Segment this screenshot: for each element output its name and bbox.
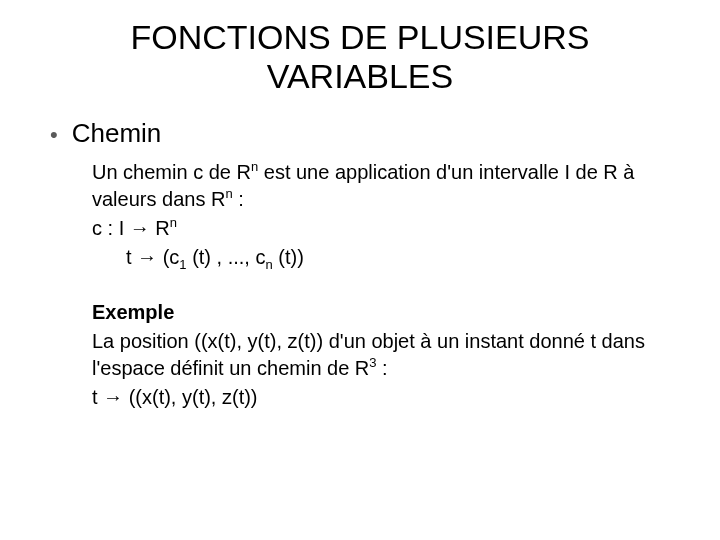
example-line-2: t → ((x(t), y(t), z(t)) [92, 384, 680, 411]
map2-sub1: 1 [179, 257, 186, 272]
section-heading: Chemin [72, 118, 162, 149]
map-line-1: c : I → Rn [92, 215, 680, 242]
ex-post: : [377, 357, 388, 379]
map1-pre: c : I → R [92, 217, 170, 239]
section: • Chemin Un chemin c de Rn est une appli… [50, 118, 680, 411]
section-heading-row: • Chemin [50, 118, 680, 149]
example-block: Exemple La position ((x(t), y(t), z(t)) … [92, 299, 680, 411]
def-post: : [233, 188, 244, 210]
section-body: Un chemin c de Rn est une application d'… [92, 159, 680, 411]
example-label: Exemple [92, 299, 680, 326]
map2-post: (t)) [273, 246, 304, 268]
title-line-1: FONCTIONS DE PLUSIEURS [130, 18, 589, 56]
map2-mid: (t) , ..., c [187, 246, 266, 268]
bullet-icon: • [50, 124, 58, 146]
title-line-2: VARIABLES [267, 57, 453, 95]
map1-sup: n [170, 216, 177, 231]
map-line-2: t → (c1 (t) , ..., cn (t)) [92, 244, 680, 271]
definition-text: Un chemin c de Rn est une application d'… [92, 159, 680, 213]
def-pre: Un chemin c de R [92, 161, 251, 183]
example-line-1: La position ((x(t), y(t), z(t)) d'un obj… [92, 328, 680, 382]
slide-title: FONCTIONS DE PLUSIEURS VARIABLES [40, 18, 680, 96]
def-sup-n2: n [225, 187, 232, 202]
map2-pre: t → (c [126, 246, 179, 268]
ex-sup: 3 [369, 356, 376, 371]
map2-sub2: n [265, 257, 272, 272]
